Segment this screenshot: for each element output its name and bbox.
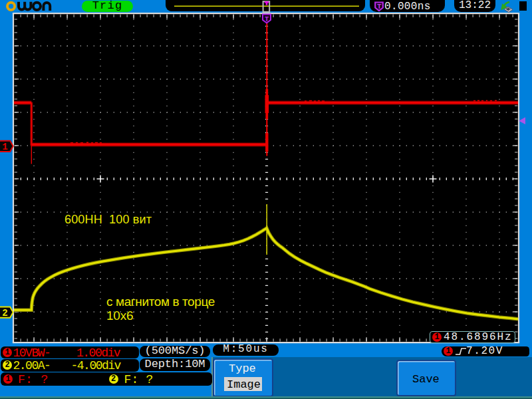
svg-text:1: 1 (2, 142, 7, 152)
svg-text:2: 2 (2, 308, 7, 319)
svg-text:T: T (377, 3, 382, 11)
svg-text:T: T (265, 15, 269, 23)
